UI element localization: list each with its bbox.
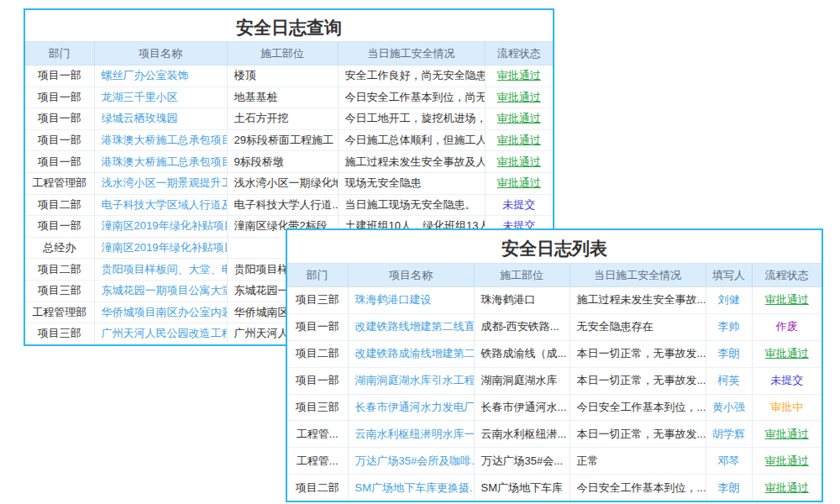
table-row: 项目一部 湖南洞庭湖水库引水工程... 湖南洞庭湖水库 本日一切正常，无事故发.… <box>287 367 822 394</box>
dept-cell: 工程管理部 <box>25 302 94 323</box>
flow-status[interactable]: 审批通过 <box>752 475 822 501</box>
project-name-link[interactable]: 螺丝厂办公室装饰 <box>94 66 227 87</box>
project-name-link[interactable]: 电子科技大学区域人行道及非 <box>94 194 227 216</box>
flow-status[interactable]: 审批中 <box>752 394 822 421</box>
writer-link[interactable]: 李朗 <box>706 475 752 501</box>
safety-note-cell: 无安全隐患存在 <box>570 313 706 340</box>
dept-cell: 项目二部 <box>287 475 348 501</box>
query-column-header-project: 项目名称 <box>94 42 227 66</box>
list-column-header-safety: 当日施工安全情况 <box>570 264 706 287</box>
table-row: 工程管理部 浅水湾小区一期景观提升工程 浅水湾小区一期绿化地 现场无安全隐患 审… <box>25 172 553 194</box>
flow-status[interactable]: 作废 <box>752 313 822 340</box>
writer-link[interactable]: 柯英 <box>706 367 752 394</box>
safety-note-cell: 安全工作良好，尚无安全隐患... <box>338 66 485 87</box>
project-name-link[interactable]: 港珠澳大桥施工总承包项目 <box>94 129 227 151</box>
list-panel-title: 安全日志列表 <box>287 230 822 263</box>
project-name-link[interactable]: 东城花园一期项目公寓大堂装 <box>94 280 227 302</box>
list-column-header-dept: 部门 <box>287 264 348 287</box>
dept-cell: 项目二部 <box>25 194 94 216</box>
dept-cell: 项目三部 <box>25 323 94 344</box>
query-column-header-flow: 流程状态 <box>485 42 553 66</box>
dept-cell: 项目一部 <box>287 313 348 340</box>
safety-note-cell: 今日施工总体顺利，但施工人... <box>338 129 485 151</box>
site-cell: 浅水湾小区一期绿化地 <box>227 172 338 194</box>
project-name-link[interactable]: 龙湖三千里小区 <box>94 87 227 108</box>
site-cell: 地基基桩 <box>227 87 338 108</box>
flow-status[interactable]: 审批通过 <box>485 151 553 173</box>
dept-cell: 项目三部 <box>25 280 94 302</box>
writer-link[interactable]: 李帅 <box>706 313 752 340</box>
safety-note-cell: 施工过程未发生安全事故及人... <box>338 151 485 173</box>
safety-note-cell: 今日安全工作基本到位，... <box>570 475 706 501</box>
project-name-link[interactable]: 云南水利枢纽潜明水库一... <box>348 421 474 448</box>
table-row: 项目三部 珠海鹤港口建设 珠海鹤港口 施工过程未发生安全事故... 刘健 审批通… <box>287 287 822 314</box>
project-name-link[interactable]: 华侨城项目南区办公室内装修 <box>94 302 227 323</box>
project-name-link[interactable]: 潼南区2019年绿化补贴项目- <box>94 216 227 238</box>
site-cell: 万达广场35#会... <box>474 448 570 475</box>
list-column-header-project: 项目名称 <box>348 264 474 287</box>
table-row: 工程管... 万达广场35#会所及咖啡... 万达广场35#会... 正常 邓琴… <box>287 448 822 475</box>
safety-log-list-panel: 安全日志列表 部门 项目名称 施工部位 当日施工安全情况 填写人 流程状态 项目… <box>286 228 823 502</box>
safety-note-cell: 本日一切正常，无事故发... <box>570 421 706 448</box>
query-header-row: 部门 项目名称 施工部位 当日施工安全情况 流程状态 <box>25 42 553 66</box>
project-name-link[interactable]: 湖南洞庭湖水库引水工程... <box>348 367 474 394</box>
dept-cell: 项目一部 <box>25 66 94 87</box>
dept-cell: 项目一部 <box>25 87 94 108</box>
project-name-link[interactable]: 浅水湾小区一期景观提升工程 <box>94 172 227 194</box>
site-cell: 电子科技大学人行道... <box>227 194 338 216</box>
dept-cell: 项目一部 <box>25 129 94 151</box>
dept-cell: 项目三部 <box>287 394 348 421</box>
project-name-link[interactable]: 改建铁路线增建第二线直... <box>348 313 474 340</box>
writer-link[interactable]: 黄小强 <box>706 394 752 421</box>
project-name-link[interactable]: 潼南区2019年绿化补贴项目- <box>94 237 227 259</box>
table-row: 项目一部 港珠澳大桥施工总承包项目 9标段桥墩 施工过程未发生安全事故及人...… <box>25 151 553 173</box>
safety-note-cell: 当日施工现场无安全隐患。 <box>338 194 485 216</box>
writer-link[interactable]: 李朗 <box>706 340 752 367</box>
project-name-link[interactable]: SM广场地下车库更换摄... <box>348 475 474 501</box>
site-cell: 珠海鹤港口 <box>474 287 570 314</box>
table-row: 项目二部 SM广场地下车库更换摄... SM广场地下车库 今日安全工作基本到位，… <box>287 475 822 501</box>
table-row: 项目一部 龙湖三千里小区 地基基桩 今日安全工作基本到位，尚无... 审批通过 <box>25 87 553 108</box>
site-cell: 铁路成渝线（成... <box>474 340 570 367</box>
dept-cell: 工程管... <box>287 421 348 448</box>
project-name-link[interactable]: 绿城云栖玫瑰园 <box>94 108 227 130</box>
safety-note-cell: 现场无安全隐患 <box>338 172 485 194</box>
list-header-row: 部门 项目名称 施工部位 当日施工安全情况 填写人 流程状态 <box>287 264 822 287</box>
table-row: 项目一部 港珠澳大桥施工总承包项目 29标段桥面工程施工 今日施工总体顺利，但施… <box>25 129 553 151</box>
site-cell: 湖南洞庭湖水库 <box>474 367 570 394</box>
flow-status[interactable]: 审批通过 <box>485 66 553 87</box>
dept-cell: 项目一部 <box>25 216 94 238</box>
safety-note-cell: 本日一切正常，无事故发... <box>570 340 706 367</box>
flow-status[interactable]: 审批通过 <box>752 448 822 475</box>
dept-cell: 项目一部 <box>25 151 94 173</box>
query-column-header-site: 施工部位 <box>227 42 338 66</box>
writer-link[interactable]: 刘健 <box>706 287 752 314</box>
project-name-link[interactable]: 珠海鹤港口建设 <box>348 287 474 314</box>
writer-link[interactable]: 邓琴 <box>706 448 752 475</box>
flow-status[interactable]: 审批通过 <box>485 108 553 130</box>
flow-status[interactable]: 未提交 <box>752 367 822 394</box>
flow-status[interactable]: 未提交 <box>485 194 553 216</box>
dept-cell: 总经办 <box>25 237 94 259</box>
flow-status[interactable]: 审批通过 <box>752 287 822 314</box>
flow-status[interactable]: 审批通过 <box>485 172 553 194</box>
table-row: 项目一部 绿城云栖玫瑰园 土石方开挖 今日工地开工，旋挖机进场，... 审批通过 <box>25 108 553 130</box>
flow-status[interactable]: 审批通过 <box>485 87 553 108</box>
list-table-body: 项目三部 珠海鹤港口建设 珠海鹤港口 施工过程未发生安全事故... 刘健 审批通… <box>287 287 822 501</box>
site-cell: 长春市伊通河水... <box>474 394 570 421</box>
site-cell: 土石方开挖 <box>227 108 338 130</box>
project-name-link[interactable]: 万达广场35#会所及咖啡... <box>348 448 474 475</box>
project-name-link[interactable]: 贵阳项目样板间、大堂、电梯 <box>94 259 227 281</box>
project-name-link[interactable]: 港珠澳大桥施工总承包项目 <box>94 151 227 173</box>
site-cell: 云南水利枢纽潜... <box>474 421 570 448</box>
project-name-link[interactable]: 改建铁路成渝线增建第二... <box>348 340 474 367</box>
flow-status[interactable]: 审批通过 <box>752 421 822 448</box>
flow-status[interactable]: 审批通过 <box>752 340 822 367</box>
project-name-link[interactable]: 广州天河人民公园改造工程 <box>94 323 227 344</box>
safety-note-cell: 施工过程未发生安全事故... <box>570 287 706 314</box>
project-name-link[interactable]: 长春市伊通河水力发电厂... <box>348 394 474 421</box>
dept-cell: 项目二部 <box>287 340 348 367</box>
list-column-header-flow: 流程状态 <box>752 264 822 287</box>
flow-status[interactable]: 审批通过 <box>485 129 553 151</box>
writer-link[interactable]: 胡学辉 <box>706 421 752 448</box>
